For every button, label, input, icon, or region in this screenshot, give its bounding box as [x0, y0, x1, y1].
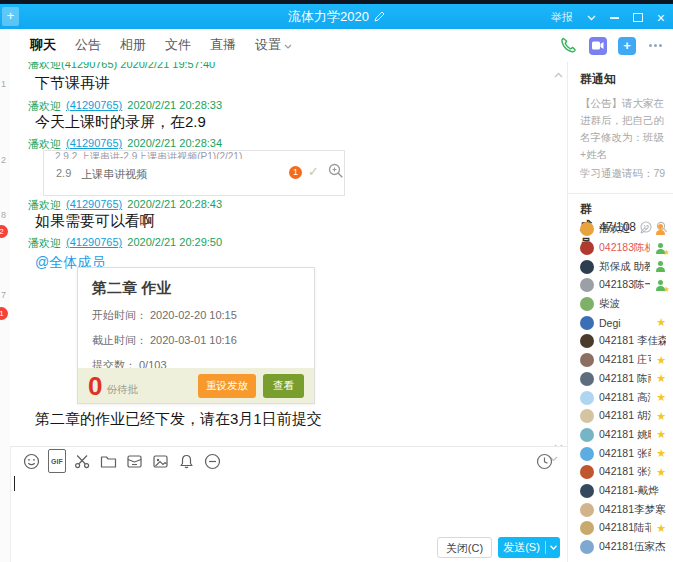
send-button-label: 发送(S) [498, 540, 545, 555]
message-area[interactable]: 潘欢迎(41290765) 2020/2/21 19:57:40 下节课再讲 潘… [10, 62, 567, 446]
avatar [580, 297, 594, 311]
session-unread-fragment[interactable]: 7 [1, 290, 6, 300]
clipped-header-text: 潘欢迎(41290765) 2020/2/21 19:57:40 [28, 62, 215, 72]
window-controls: 举报 × [551, 10, 665, 25]
history-clock-icon[interactable] [535, 452, 553, 470]
star-icon: ★ [656, 448, 666, 459]
admin-badge-icon [655, 261, 666, 272]
new-chat-icon[interactable]: + [618, 37, 636, 55]
close-window-button[interactable]: × [657, 13, 665, 23]
member-row[interactable]: 柴波 [568, 295, 673, 314]
avatar [580, 222, 594, 236]
session-unread-fragment[interactable]: 1 [1, 79, 6, 89]
member-name: 042181 张萌 [599, 447, 651, 461]
avatar [580, 316, 594, 330]
member-row[interactable]: 042181 胡治翔★ [568, 407, 673, 426]
avatar [580, 428, 594, 442]
member-name: 042181李梦寒 [599, 503, 666, 517]
emoji-icon[interactable] [22, 452, 40, 470]
member-row[interactable]: 潘欢迎 [568, 220, 673, 239]
member-row[interactable]: 042181 李佳森 [568, 332, 673, 351]
group-notice-section[interactable]: 群通知 【公告】请大家在进群后，把自己的名字修改为：班级+姓名 学习通邀请码：7… [568, 62, 673, 182]
member-row[interactable]: 042181 高洁★ [568, 388, 673, 407]
send-options-chevron-icon[interactable] [546, 545, 560, 550]
session-unread-fragment[interactable]: 2 [1, 155, 6, 165]
member-row[interactable]: 042181 张泽星★ [568, 463, 673, 482]
screenshot-scissors-icon[interactable] [74, 452, 92, 470]
reset-issue-button[interactable]: 重设发放 [198, 374, 256, 398]
member-name: 042181 姚昕洋 [599, 428, 651, 442]
group-announcement-text: 【公告】请大家在进群后，把自己的名字修改为：班级+姓名 [580, 95, 670, 163]
homework-deadline-row: 截止时间：2020-03-01 10:16 [92, 333, 300, 348]
tab-live[interactable]: 直播 [208, 27, 238, 64]
tab-settings[interactable]: 设置 [253, 27, 294, 64]
video-call-icon[interactable] [589, 37, 607, 55]
star-icon: ★ [656, 523, 666, 534]
member-row[interactable]: 042181 陈雨★ [568, 370, 673, 389]
session-unread-fragment[interactable]: 8 [1, 210, 6, 220]
unread-badge[interactable]: 1 [0, 307, 8, 320]
scroll-up-arrow[interactable] [554, 64, 563, 82]
tab-chat[interactable]: 聊天 [28, 27, 58, 64]
member-row[interactable]: 042183陈一帆★ [568, 276, 673, 295]
folder-icon[interactable] [100, 452, 118, 470]
member-row[interactable]: 042181李梦寒 [568, 500, 673, 519]
scroll-down-arrow[interactable] [554, 436, 563, 446]
minimize-button[interactable] [610, 17, 619, 19]
attachment-clipped-text: 2.9.2 上课串讲-2.9上课串讲视频(P1)(2/21) [55, 151, 242, 159]
titlebar[interactable]: + 流体力学2020 举报 × [0, 4, 673, 29]
more-dots-icon[interactable] [647, 44, 664, 47]
star-icon: ★ [656, 467, 666, 478]
chevron-down-icon[interactable] [587, 15, 596, 21]
member-row[interactable]: 042181 姚昕洋★ [568, 426, 673, 445]
magnifier-plus-icon[interactable] [328, 163, 344, 183]
member-row[interactable]: 042181伍家杰 [568, 538, 673, 557]
mute-icon[interactable] [204, 452, 222, 470]
close-button[interactable]: 关闭(C) [437, 537, 492, 558]
edit-pencil-icon[interactable] [640, 224, 650, 234]
star-icon: ★ [656, 355, 666, 366]
view-button[interactable]: 查看 [263, 374, 304, 398]
red-packet-icon[interactable] [126, 452, 144, 470]
sender-uin-link[interactable]: (41290765) [66, 99, 122, 114]
unread-badge[interactable]: 2 [0, 225, 8, 238]
avatar [580, 260, 594, 274]
avatar [580, 484, 594, 498]
member-name: 042181陆菲雨 [599, 521, 651, 535]
sender-uin-link[interactable]: (41290765) [66, 198, 122, 213]
member-row[interactable]: 042181 张萌★ [568, 444, 673, 463]
send-button[interactable]: 发送(S) [498, 537, 560, 558]
homework-title: 第二章 作业 [92, 279, 300, 298]
message-text: 下节课再讲 [35, 74, 110, 93]
member-row[interactable]: 042181 庄可欣★ [568, 351, 673, 370]
member-row[interactable]: Degi★ [568, 313, 673, 332]
sender-name: 潘欢迎 [28, 236, 61, 251]
maximize-button[interactable] [633, 13, 643, 22]
image-attachment[interactable]: 2.9.2 上课串讲-2.9上课串讲视频(P1)(2/21) 2.9 上课串讲视… [43, 150, 345, 196]
member-row[interactable]: 042183陈析★ [568, 239, 673, 258]
shake-bell-icon[interactable] [178, 452, 196, 470]
member-row[interactable]: 042181陆菲雨★ [568, 519, 673, 538]
message-input[interactable] [10, 472, 567, 532]
message-text: 第二章的作业已经下发，请在3月1日前提交 [35, 410, 322, 429]
member-name: 郑保成 助教 [599, 260, 650, 274]
member-name: 042181 陈雨 [599, 372, 651, 386]
report-button[interactable]: 举报 [551, 10, 573, 25]
member-row[interactable]: 042181-戴烨 [568, 482, 673, 501]
message-header-clipped: 潘欢迎(41290765) 2020/2/21 19:57:40 [28, 62, 215, 72]
edit-pencil-icon[interactable] [374, 11, 385, 22]
member-row[interactable]: 郑保成 助教 [568, 257, 673, 276]
composer-divider[interactable] [10, 446, 567, 447]
tab-files[interactable]: 文件 [163, 27, 193, 64]
gif-icon[interactable]: GIF [48, 449, 66, 473]
message-header: 潘欢迎 (41290765) 2020/2/21 20:28:33 [28, 99, 222, 114]
voice-call-icon[interactable] [559, 36, 578, 55]
window-title: 流体力学2020 [288, 9, 369, 24]
image-icon[interactable] [152, 452, 170, 470]
tab-announcement[interactable]: 公告 [73, 27, 103, 64]
admin-badge-icon: ★ [655, 243, 666, 254]
message-header: 潘欢迎 (41290765) 2020/2/21 20:28:43 [28, 198, 222, 213]
message-header: 潘欢迎 (41290765) 2020/2/21 20:29:50 [28, 236, 222, 251]
tab-album[interactable]: 相册 [118, 27, 148, 64]
sender-uin-link[interactable]: (41290765) [66, 236, 122, 251]
